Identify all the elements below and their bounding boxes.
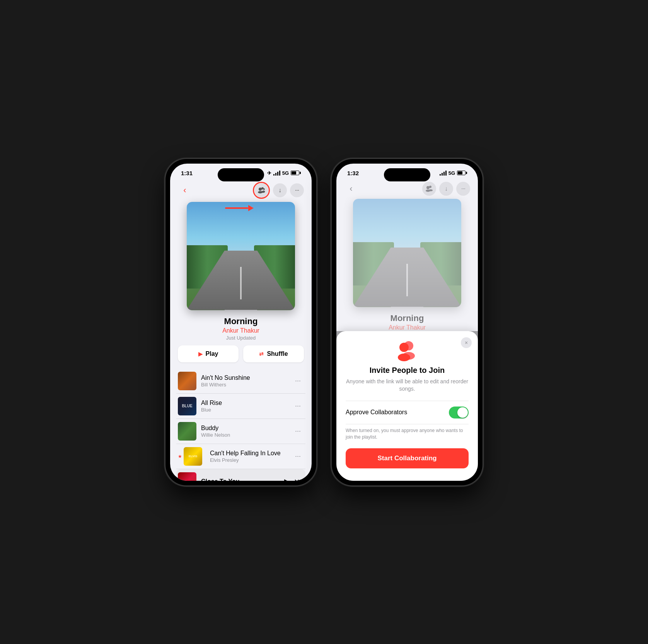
approve-collaborators-toggle[interactable] — [449, 407, 469, 419]
modal-close-button[interactable]: × — [461, 337, 472, 348]
signal-bar-1 — [273, 174, 275, 176]
dynamic-island-2 — [384, 168, 430, 181]
playlist-info-1: Morning Ankur Thakur Just Updated — [170, 316, 312, 345]
signal-bars-2 — [440, 170, 447, 176]
signal-bar-5 — [440, 174, 441, 176]
song-thumb-img-2: BLUE — [178, 397, 196, 415]
album-art-2 — [353, 199, 461, 307]
playlist-title-1: Morning — [178, 316, 304, 326]
start-collaborating-button[interactable]: Start Collaborating — [346, 448, 469, 468]
road-scene-2 — [353, 199, 461, 307]
svg-point-4 — [263, 188, 265, 190]
phone-1: 1:31 ✈ 5G ‹ — [165, 159, 316, 485]
song-item-2[interactable]: BLUE All Rise Blue ··· — [176, 394, 305, 419]
phone-2: 1:32 5G ‹ — [332, 159, 483, 485]
song-thumb-3 — [178, 422, 196, 441]
nav-bar-2: ‹ ↓ ··· — [336, 179, 478, 199]
battery-1 — [291, 171, 301, 175]
download-button-2[interactable]: ↓ — [439, 182, 453, 196]
song-item-4[interactable]: ★ ELVIS Can't Help Falling In Love Elvis… — [176, 444, 305, 469]
album-art-1 — [187, 202, 295, 310]
more-button-2[interactable]: ··· — [456, 182, 470, 196]
battery-2 — [457, 171, 467, 175]
shuffle-button-1[interactable]: ⇄ Shuffle — [243, 345, 304, 362]
status-time-1: 1:31 — [181, 170, 193, 176]
song-item-1[interactable]: Ain't No Sunshine Bill Withers ··· — [176, 369, 305, 394]
song-item-5[interactable]: Close To You ▶ ⏭ — [176, 469, 305, 481]
song-thumb-img-3 — [178, 422, 196, 441]
nav-right-2: ↓ ··· — [422, 182, 470, 196]
song-title-5: Close To You — [201, 478, 284, 481]
svg-point-8 — [429, 189, 433, 191]
collab-icon-1 — [257, 187, 265, 194]
song-artist-4: Elvis Presley — [210, 457, 292, 463]
modal-overlay: × Invite People to Join Anyone with the … — [336, 331, 478, 481]
modal-collab-icon-container — [346, 340, 469, 361]
signal-bar-8 — [445, 171, 447, 176]
play-icon-btn: ▶ — [198, 351, 203, 357]
svg-point-12 — [398, 354, 410, 361]
song-more-2[interactable]: ··· — [292, 399, 304, 413]
song-list-1: Ain't No Sunshine Bill Withers ··· BLUE … — [170, 369, 312, 481]
album-art-container-1 — [170, 202, 312, 316]
song-more-1[interactable]: ··· — [292, 374, 304, 388]
signal-bar-4 — [279, 171, 280, 176]
song-info-1: Ain't No Sunshine Bill Withers — [201, 374, 292, 388]
modal-title: Invite People to Join — [346, 366, 469, 375]
status-icons-1: ✈ 5G — [267, 170, 301, 176]
song-more-4[interactable]: ··· — [292, 449, 304, 463]
arrow-body — [225, 207, 248, 209]
song-play-controls: ▶ ⏭ — [284, 477, 302, 481]
download-icon-1: ↓ — [278, 187, 281, 194]
song-title-1: Ain't No Sunshine — [201, 374, 292, 381]
album-art-container-2 — [336, 199, 478, 313]
arrow-annotation — [225, 205, 254, 211]
collab-icon-2 — [425, 185, 433, 192]
nav-bar-1: ‹ — [170, 179, 312, 202]
download-icon-2: ↓ — [445, 185, 448, 192]
song-info-4: Can't Help Falling In Love Elvis Presley — [210, 450, 292, 463]
status-icons-2: 5G — [440, 170, 467, 176]
song-info-2: All Rise Blue — [201, 400, 292, 413]
playlist-updated-1: Just Updated — [178, 335, 304, 341]
song-title-3: Buddy — [201, 425, 292, 432]
more-icon-2: ··· — [461, 185, 465, 192]
nav-right-1: ↓ ··· — [253, 182, 304, 199]
collab-button-highlighted[interactable] — [253, 182, 270, 199]
song-info-3: Buddy Willie Nelson — [201, 425, 292, 438]
close-icon: × — [465, 340, 468, 346]
signal-bars-1 — [273, 170, 280, 176]
song-artist-2: Blue — [201, 407, 292, 413]
play-button-1[interactable]: ▶ Play — [178, 345, 239, 362]
song-thumb-5 — [178, 472, 196, 481]
start-collab-label: Start Collaborating — [377, 454, 437, 462]
action-buttons-1: ▶ Play ⇄ Shuffle — [170, 345, 312, 369]
song-info-5: Close To You — [201, 478, 284, 481]
more-button-1[interactable]: ··· — [290, 183, 304, 197]
download-button-1[interactable]: ↓ — [273, 183, 287, 197]
collab-button-2[interactable] — [422, 182, 436, 196]
song-more-3[interactable]: ··· — [292, 424, 304, 438]
signal-bar-3 — [277, 172, 278, 176]
toggle-label: Approve Collaborators — [346, 409, 407, 416]
signal-bar-2 — [275, 173, 276, 176]
song-thumb-img-4: ELVIS — [184, 447, 202, 466]
signal-bar-6 — [442, 173, 443, 176]
song-item-3[interactable]: Buddy Willie Nelson ··· — [176, 419, 305, 444]
song-artist-1: Bill Withers — [201, 382, 292, 388]
song-thumb-2: BLUE — [178, 397, 196, 415]
more-icon-1: ··· — [295, 187, 299, 194]
forward-icon-song[interactable]: ⏭ — [295, 477, 302, 481]
modal-collab-icon — [395, 340, 419, 361]
svg-point-0 — [259, 188, 262, 191]
playlist-author-1: Ankur Thakur — [178, 327, 304, 334]
play-icon-song[interactable]: ▶ — [284, 477, 290, 481]
toggle-knob — [457, 407, 468, 418]
play-label-1: Play — [206, 350, 218, 357]
signal-bar-7 — [443, 172, 445, 176]
modal-sheet: × Invite People to Join Anyone with the … — [336, 331, 478, 481]
back-button-1[interactable]: ‹ — [178, 183, 192, 197]
svg-point-11 — [399, 343, 409, 352]
network-label-2: 5G — [448, 170, 455, 176]
back-button-2[interactable]: ‹ — [344, 182, 358, 196]
